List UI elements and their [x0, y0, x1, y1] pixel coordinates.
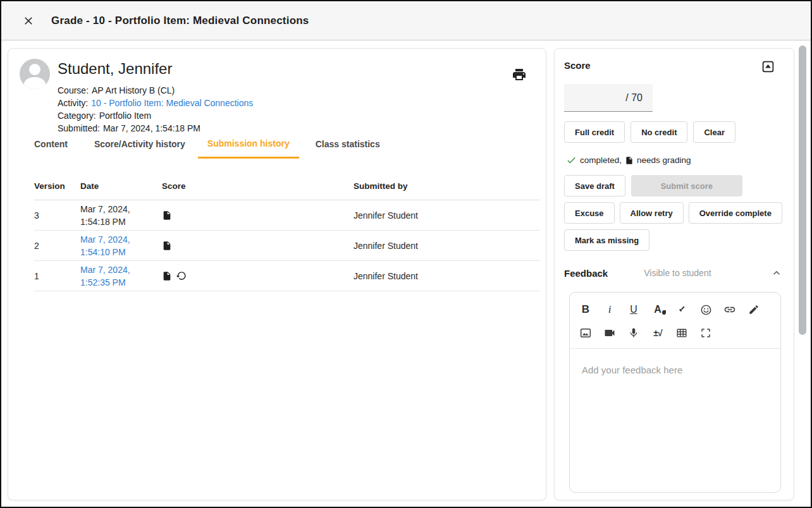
pencil-button[interactable] — [746, 303, 761, 317]
submitted-by-cell: Jennifer Student — [354, 241, 540, 251]
underline-button[interactable]: U — [626, 303, 641, 317]
editor-toolbar-row1: B i U A — [570, 293, 780, 317]
status-needs-grading: needs grading — [637, 155, 691, 165]
underline-icon: U — [630, 304, 637, 315]
action-row: Excuse Allow retry Override complete — [564, 202, 782, 224]
restore-icon[interactable] — [176, 270, 187, 281]
highlighter-button[interactable] — [674, 303, 689, 317]
document-icon — [625, 156, 634, 165]
chevron-up-icon — [770, 267, 783, 279]
tab-content[interactable]: Content — [34, 139, 68, 159]
status-row: completed, needs grading — [566, 155, 691, 166]
override-complete-button[interactable]: Override complete — [689, 202, 782, 224]
student-meta: Course:AP Art History B (CL) Activity:10… — [58, 84, 253, 135]
course-value: AP Art History B (CL) — [92, 85, 175, 95]
student-name: Student, Jennifer — [58, 60, 172, 78]
microphone-button[interactable] — [626, 326, 641, 340]
activity-link[interactable]: 10 - Portfolio Item: Medieval Connection… — [91, 98, 253, 108]
status-completed: completed, — [580, 155, 622, 165]
col-version: Version — [34, 181, 80, 191]
feedback-title: Feedback — [564, 268, 608, 279]
image-icon — [579, 327, 592, 339]
submission-panel: Student, Jennifer Course:AP Art History … — [8, 48, 546, 500]
score-max: / 70 — [625, 92, 643, 104]
table-icon — [675, 327, 688, 339]
text-color-icon: A — [654, 304, 661, 315]
emoji-icon — [700, 304, 712, 316]
table-row: 3 Mar 7, 2024, 1:54:18 PM Jennifer Stude… — [34, 200, 540, 231]
clear-button[interactable]: Clear — [693, 121, 735, 143]
score-cell — [162, 241, 354, 251]
link-button[interactable] — [722, 303, 737, 317]
excuse-button[interactable]: Excuse — [564, 202, 615, 224]
table-header-row: Version Date Score Submitted by — [34, 172, 540, 200]
date-link[interactable]: Mar 7, 2024, 1:52:35 PM — [80, 263, 162, 289]
save-row: Save draft Submit score — [564, 175, 742, 197]
course-line: Course:AP Art History B (CL) — [58, 84, 253, 97]
no-credit-button[interactable]: No credit — [631, 121, 687, 143]
submitted-value: Mar 7, 2024, 1:54:18 PM — [103, 123, 200, 133]
mark-as-missing-button[interactable]: Mark as missing — [564, 229, 649, 251]
table-button[interactable] — [674, 326, 689, 340]
submit-score-button[interactable]: Submit score — [631, 175, 742, 197]
bold-button[interactable]: B — [578, 303, 593, 317]
document-icon — [162, 210, 172, 221]
collapse-feedback-button[interactable] — [770, 266, 784, 280]
full-credit-button[interactable]: Full credit — [564, 121, 625, 143]
date-cell: Mar 7, 2024, 1:54:18 PM — [80, 203, 162, 228]
table-row: 2 Mar 7, 2024, 1:54:10 PM Jennifer Stude… — [34, 231, 540, 261]
text-color-button[interactable]: A — [650, 303, 665, 317]
scrollbar-thumb[interactable] — [799, 45, 806, 335]
col-score: Score — [162, 181, 354, 191]
tab-class-statistics[interactable]: Class statistics — [316, 139, 380, 159]
collapse-panel-button[interactable] — [761, 59, 777, 74]
version-cell: 2 — [34, 241, 80, 251]
equation-icon: ±√ — [653, 328, 661, 338]
category-value: Portfolio Item — [99, 111, 151, 121]
document-icon — [162, 271, 172, 281]
fullscreen-button[interactable] — [698, 326, 713, 340]
submitted-by-cell: Jennifer Student — [354, 271, 540, 281]
bold-icon: B — [582, 303, 589, 316]
feedback-input[interactable]: Add your feedback here — [582, 365, 780, 375]
microphone-icon — [628, 327, 639, 339]
emoji-button[interactable] — [698, 303, 713, 317]
link-icon — [723, 303, 736, 316]
score-value-input[interactable] — [587, 92, 625, 104]
avatar — [20, 59, 50, 89]
feedback-editor: B i U A — [569, 292, 781, 493]
activity-line: Activity:10 - Portfolio Item: Medieval C… — [58, 97, 253, 109]
tab-score-activity-history[interactable]: Score/Activity history — [94, 139, 185, 159]
grade-modal: Grade - 10 - Portfolio Item: Medieval Co… — [0, 0, 812, 508]
col-submitted-by: Submitted by — [354, 181, 540, 191]
submission-history-table: Version Date Score Submitted by 3 Mar 7,… — [34, 172, 540, 291]
equation-button[interactable]: ±√ — [650, 326, 665, 340]
document-icon — [162, 241, 172, 251]
save-draft-button[interactable]: Save draft — [564, 175, 625, 197]
grading-panel: Score / 70 Full credit No credit Clear c… — [554, 48, 794, 500]
print-icon — [512, 67, 527, 82]
image-button[interactable] — [578, 326, 593, 340]
date-link[interactable]: Mar 7, 2024, 1:54:10 PM — [80, 233, 162, 258]
version-cell: 3 — [34, 210, 80, 221]
allow-retry-button[interactable]: Allow retry — [620, 202, 684, 224]
tab-bar: Content Score/Activity history Submissio… — [34, 138, 380, 159]
feedback-visibility: Visible to student — [644, 268, 711, 278]
feedback-header: Feedback Visible to student — [564, 266, 784, 280]
print-button[interactable] — [512, 66, 528, 83]
italic-button[interactable]: i — [602, 303, 617, 317]
score-title: Score — [564, 60, 591, 71]
close-icon — [22, 15, 35, 27]
table-row: 1 Mar 7, 2024, 1:52:35 PM Jennifer Stude… — [34, 261, 540, 291]
score-input[interactable]: / 70 — [564, 84, 653, 112]
score-cell — [162, 210, 354, 221]
version-cell: 1 — [34, 271, 80, 281]
close-button[interactable] — [21, 13, 36, 28]
quick-score-buttons: Full credit No credit Clear — [564, 121, 735, 143]
submitted-by-cell: Jennifer Student — [354, 210, 540, 221]
tab-submission-history[interactable]: Submission history — [198, 138, 299, 159]
missing-row: Mark as missing — [564, 229, 649, 251]
highlighter-icon — [676, 304, 687, 315]
modal-header: Grade - 10 - Portfolio Item: Medieval Co… — [1, 1, 811, 40]
video-button[interactable] — [602, 326, 617, 340]
